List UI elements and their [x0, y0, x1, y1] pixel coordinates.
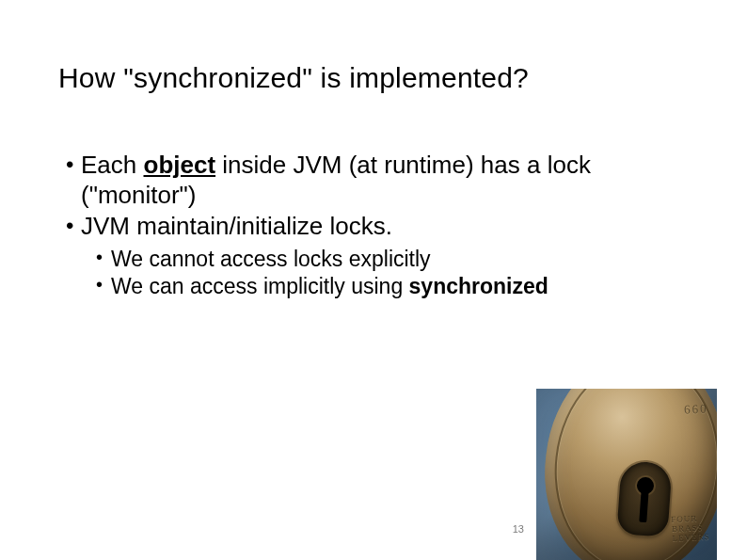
bullet-keyword-synchronized: synchronized — [409, 274, 548, 298]
bullet-text: Each — [81, 151, 144, 179]
bullet-text: We can access implicitly using — [111, 274, 409, 298]
sub-bullet-group: We cannot access locks explicitly We can… — [96, 246, 691, 299]
page-number: 13 — [513, 523, 524, 535]
keyhole-slot — [639, 490, 648, 522]
stamp-line: LEVERS — [672, 533, 709, 544]
padlock-stamp-number: 660 — [683, 402, 707, 418]
bullet-item: JVM maintain/initialize locks. — [66, 212, 691, 242]
padlock-image: 660 FOUR BRASS LEVERS — [536, 389, 717, 560]
keyhole-plate — [616, 460, 672, 537]
padlock-stamp-text: FOUR BRASS LEVERS — [671, 514, 710, 544]
bullet-keyword-object: object — [144, 151, 216, 179]
slide: How "synchronized" is implemented? Each … — [0, 0, 747, 560]
slide-body: Each object inside JVM (at runtime) has … — [66, 151, 691, 300]
slide-title: How "synchronized" is implemented? — [58, 62, 529, 94]
sub-bullet-item: We cannot access locks explicitly — [96, 246, 691, 272]
bullet-item: Each object inside JVM (at runtime) has … — [66, 151, 691, 210]
sub-bullet-item: We can access implicitly using synchroni… — [96, 273, 691, 299]
bullet-text: We cannot access locks explicitly — [111, 247, 431, 271]
bullet-text: JVM maintain/initialize locks. — [81, 212, 392, 240]
